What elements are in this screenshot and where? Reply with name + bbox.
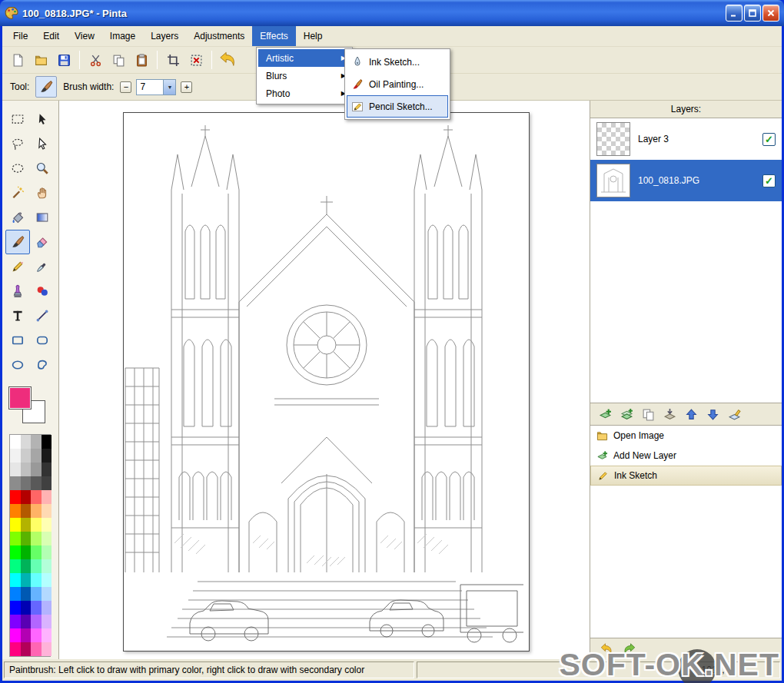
palette-color[interactable] [42,518,52,532]
text-tool[interactable] [5,303,30,328]
brush-width-combobox[interactable]: 7 ▼ [136,79,176,95]
palette-color[interactable] [31,476,42,490]
recolor-tool[interactable] [30,279,55,303]
rounded-rectangle-tool[interactable] [30,328,55,353]
palette-color[interactable] [21,490,32,504]
brush-width-decrease-button[interactable]: − [120,81,131,93]
gradient-tool[interactable] [30,205,55,230]
palette-color[interactable] [42,615,52,628]
palette-color[interactable] [21,476,32,490]
palette-color[interactable] [31,615,42,628]
palette-color[interactable] [42,601,52,615]
palette-color[interactable] [31,559,42,573]
brush-width-increase-button[interactable]: + [181,81,192,93]
palette-color[interactable] [31,573,42,587]
merge-layer-down-button[interactable] [661,406,678,423]
palette-color[interactable] [21,642,32,656]
palette-color[interactable] [21,601,32,615]
layer-properties-button[interactable] [726,406,742,423]
paint-bucket-tool[interactable] [5,205,30,230]
layer-visibility-checkbox[interactable]: ✓ [762,133,776,146]
move-tool[interactable] [30,131,55,156]
canvas-viewport[interactable] [59,101,590,659]
move-layer-up-button[interactable] [683,406,699,423]
palette-color[interactable] [42,435,52,449]
menu-layers[interactable]: Layers [143,26,186,46]
palette-color[interactable] [42,476,52,490]
palette-color[interactable] [10,642,21,656]
magic-wand-tool[interactable] [5,181,30,205]
palette-color[interactable] [31,504,42,518]
palette-color[interactable] [21,545,32,559]
palette-color[interactable] [10,532,21,545]
palette-color[interactable] [10,518,21,532]
paintbrush-tool[interactable] [5,230,30,254]
palette-color[interactable] [21,628,32,642]
palette-color[interactable] [21,435,32,449]
effects-menu-artistic[interactable]: Artistic ▶ [258,49,350,67]
titlebar[interactable]: 100_0818.JPG* - Pinta [0,0,784,26]
pan-tool[interactable] [30,181,55,205]
ellipse-select-tool[interactable] [5,156,30,181]
layer-visibility-checkbox[interactable]: ✓ [762,174,776,187]
menu-file[interactable]: File [5,26,35,46]
paste-button[interactable] [131,49,152,71]
palette-color[interactable] [21,504,32,518]
primary-color-swatch[interactable] [8,386,32,409]
palette-color[interactable] [10,449,21,463]
menu-edit[interactable]: Edit [35,26,67,46]
palette-color[interactable] [21,559,32,573]
save-button[interactable] [53,49,75,71]
maximize-button[interactable] [744,5,761,22]
palette-color[interactable] [42,642,52,656]
palette-color[interactable] [10,573,21,587]
palette-color[interactable] [42,490,52,504]
menu-help[interactable]: Help [296,26,331,46]
history-item-add-new-layer[interactable]: Add New Layer [590,446,782,466]
menu-adjustments[interactable]: Adjustments [186,26,252,46]
minimize-button[interactable] [726,5,742,22]
palette-color[interactable] [10,545,21,559]
freeform-shape-tool[interactable] [30,353,55,377]
rectangle-select-tool[interactable] [5,107,30,131]
palette-color[interactable] [42,545,52,559]
copy-button[interactable] [108,49,129,71]
undo-button[interactable] [217,49,238,71]
canvas[interactable] [123,112,530,652]
move-layer-down-button[interactable] [704,406,721,423]
palette-color[interactable] [10,435,21,449]
palette-color[interactable] [10,628,21,642]
palette-color[interactable] [10,559,21,573]
history-item-ink-sketch[interactable]: Ink Sketch [590,466,782,486]
palette-color[interactable] [42,449,52,463]
new-image-button[interactable] [7,49,28,71]
palette-color[interactable] [42,463,52,476]
palette-color[interactable] [10,490,21,504]
palette-color[interactable] [42,573,52,587]
palette-color[interactable] [21,587,32,601]
close-button[interactable] [762,5,779,22]
palette-color[interactable] [31,545,42,559]
layer-row-layer3[interactable]: Layer 3 ✓ [590,118,782,160]
palette-color[interactable] [10,601,21,615]
palette-color[interactable] [31,449,42,463]
palette-color[interactable] [21,518,32,532]
palette-color[interactable] [21,449,32,463]
palette-color[interactable] [42,504,52,518]
color-picker-tool[interactable] [30,254,55,279]
palette-color[interactable] [21,615,32,628]
open-image-button[interactable] [30,49,51,71]
lasso-select-tool[interactable] [5,131,30,156]
palette-color[interactable] [10,587,21,601]
add-layer-button[interactable] [596,406,613,423]
palette-color[interactable] [31,435,42,449]
crop-to-selection-button[interactable] [162,49,184,71]
palette-color[interactable] [42,559,52,573]
current-tool-paintbrush-icon[interactable] [35,76,57,98]
palette-color[interactable] [21,573,32,587]
submenu-oil-painting[interactable]: Oil Painting... [347,73,448,95]
palette-color[interactable] [42,587,52,601]
eraser-tool[interactable] [30,230,55,254]
cut-button[interactable] [85,49,106,71]
palette-color[interactable] [31,642,42,656]
